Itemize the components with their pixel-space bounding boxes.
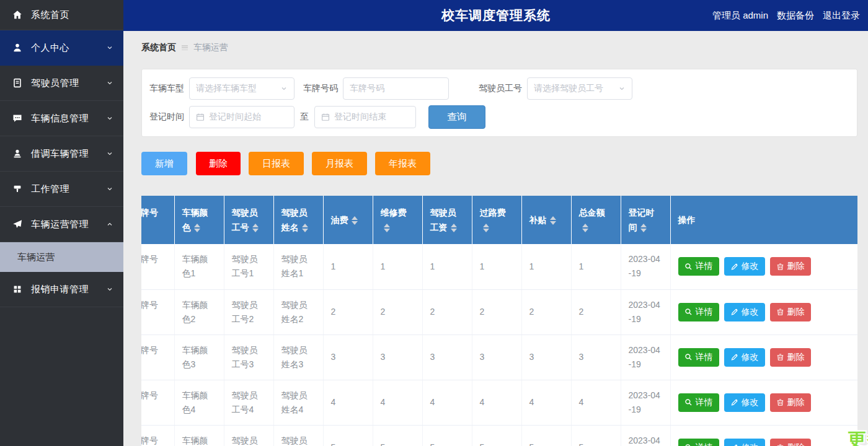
detail-button[interactable]: 详情 <box>678 348 719 367</box>
col-label: 过路费 <box>480 208 506 217</box>
col-color[interactable]: 车辆颜色 <box>174 196 224 244</box>
cell-total: 1 <box>571 244 621 289</box>
detail-button[interactable]: 详情 <box>678 257 719 276</box>
row-delete-button[interactable]: 删除 <box>770 303 811 321</box>
col-driver-no[interactable]: 驾驶员工号 <box>224 196 273 244</box>
cell-subsidy: 3 <box>521 334 571 380</box>
edit-button[interactable]: 修改 <box>724 439 765 446</box>
sidebar-item-reimbursement-management[interactable]: 报销申请管理 <box>0 272 123 307</box>
col-salary[interactable]: 驾驶员工资 <box>422 196 472 244</box>
row-delete-button[interactable]: 删除 <box>770 393 811 412</box>
sidebar-item-work-management[interactable]: 工作管理 <box>0 172 123 207</box>
row-delete-button[interactable]: 删除 <box>770 348 811 367</box>
sidebar-item-home[interactable]: 系统首页 <box>0 0 123 30</box>
sort-caret-icon[interactable] <box>640 224 647 232</box>
table-row: 车牌号码车辆颜色3驾驶员工号3驾驶员姓名33333332023-04-19详情修… <box>141 334 857 380</box>
detail-button[interactable]: 详情 <box>678 439 719 446</box>
detail-button[interactable]: 详情 <box>678 393 719 412</box>
sort-caret-icon[interactable] <box>252 224 259 232</box>
plate-input[interactable]: 车牌号码 <box>343 77 449 100</box>
col-date[interactable]: 登记时间 <box>621 196 670 244</box>
app-title: 校车调度管理系统 <box>441 7 551 24</box>
sidebar-item-driver-management[interactable]: 驾驶员管理 <box>0 66 123 101</box>
col-actions: 操作 <box>670 196 857 244</box>
sort-caret-icon[interactable] <box>582 224 588 232</box>
driver-no-select[interactable]: 请选择驾驶员工号 <box>527 77 632 100</box>
col-toll[interactable]: 过路费 <box>472 196 521 244</box>
breadcrumb-home[interactable]: 系统首页 <box>141 42 176 53</box>
detail-button[interactable]: 详情 <box>678 303 719 321</box>
delete-button[interactable]: 删除 <box>196 152 241 175</box>
add-button[interactable]: 新增 <box>141 152 187 175</box>
edit-icon <box>730 263 738 271</box>
table-row: 车牌号码车辆颜色1驾驶员工号1驾驶员姓名11111112023-04-19详情修… <box>141 244 857 289</box>
filter-row-1: 车辆车型 请选择车辆车型 车牌号码 车牌号码 驾驶员工号 请选择驾驶员工号 <box>149 77 849 100</box>
cell-fuel: 4 <box>323 380 373 425</box>
vehicle-type-placeholder: 请选择车辆车型 <box>196 83 277 94</box>
row-delete-button[interactable]: 删除 <box>770 439 811 446</box>
data-table: 车牌号码 车辆颜色 驾驶员工号 驾驶员姓名 油费 维修费 驾驶员工资 过路费 补… <box>141 196 857 446</box>
cell-toll: 5 <box>472 425 521 446</box>
col-driver-name[interactable]: 驾驶员姓名 <box>273 196 323 244</box>
cell-repair: 3 <box>373 334 422 380</box>
sidebar-item-vehicle-info-management[interactable]: 车辆信息管理 <box>0 101 123 136</box>
cell-fuel: 5 <box>323 425 373 446</box>
sidebar-submenu-vehicle-operation[interactable]: 车辆运营 <box>0 242 123 272</box>
data-table-wrapper: 车牌号码 车辆颜色 驾驶员工号 驾驶员姓名 油费 维修费 驾驶员工资 过路费 补… <box>141 196 857 446</box>
edit-button[interactable]: 修改 <box>724 303 765 321</box>
col-total[interactable]: 总金额 <box>571 196 621 244</box>
cell-subsidy: 4 <box>521 380 571 425</box>
logout-link[interactable]: 退出登录 <box>823 10 860 22</box>
sort-caret-icon[interactable] <box>451 224 457 232</box>
breadcrumb-current: 车辆运营 <box>193 42 228 53</box>
sidebar-item-label: 系统首页 <box>31 9 113 21</box>
filter-panel: 车辆车型 请选择车辆车型 车牌号码 车牌号码 驾驶员工号 请选择驾驶员工号 <box>141 69 857 137</box>
edit-icon <box>730 398 738 406</box>
cell-total: 2 <box>571 289 621 334</box>
edit-button[interactable]: 修改 <box>724 257 765 276</box>
sidebar-item-label: 车辆运营管理 <box>31 219 106 230</box>
search-button[interactable]: 查询 <box>428 105 485 129</box>
col-repair[interactable]: 维修费 <box>373 196 422 244</box>
data-backup-link[interactable]: 数据备份 <box>777 10 814 22</box>
sort-caret-icon[interactable] <box>550 216 556 225</box>
trash-icon <box>776 398 784 406</box>
sidebar-item-vehicle-operation-management[interactable]: 车辆运营管理 <box>0 207 123 242</box>
date-start-input[interactable]: 登记时间起始 <box>189 106 294 128</box>
daily-report-button[interactable]: 日报表 <box>249 152 304 175</box>
sidebar-item-borrowed-vehicle-management[interactable]: 借调车辆管理 <box>0 136 123 172</box>
col-plate[interactable]: 车牌号码 <box>141 196 174 244</box>
cell-driver_name: 驾驶员姓名1 <box>273 244 323 289</box>
col-label: 总金额 <box>579 208 605 217</box>
row-delete-button[interactable]: 删除 <box>770 257 811 276</box>
date-end-input[interactable]: 登记时间结束 <box>314 106 416 128</box>
sort-caret-icon[interactable] <box>352 216 358 225</box>
sidebar-item-label: 驾驶员管理 <box>31 77 106 89</box>
sort-caret-icon[interactable] <box>483 224 489 232</box>
cell-actions: 详情修改删除 <box>670 289 857 334</box>
topbar-links: 管理员 admin 数据备份 退出登录 <box>712 0 860 31</box>
sort-caret-icon[interactable] <box>302 224 308 232</box>
sidebar-item-label: 借调车辆管理 <box>31 148 106 160</box>
chevron-down-icon <box>280 85 288 92</box>
cell-plate: 车牌号码 <box>141 289 174 334</box>
cell-date: 2023-04-19 <box>621 334 670 380</box>
edit-button[interactable]: 修改 <box>724 393 765 412</box>
sidebar-item-personal-center[interactable]: 个人中心 <box>0 30 123 66</box>
yearly-report-button[interactable]: 年报表 <box>375 152 430 175</box>
cell-driver_no: 驾驶员工号5 <box>224 425 273 446</box>
app-root: 系统首页 个人中心 驾驶员管理 车辆信息管理 借调车辆管理 工作管理 <box>0 0 868 446</box>
col-fuel[interactable]: 油费 <box>323 196 373 244</box>
vehicle-type-select[interactable]: 请选择车辆车型 <box>189 77 294 100</box>
sort-caret-icon[interactable] <box>194 224 200 232</box>
sort-caret-icon[interactable] <box>384 224 390 232</box>
person-icon <box>12 149 22 159</box>
cell-driver_name: 驾驶员姓名2 <box>273 289 323 334</box>
monthly-report-button[interactable]: 月报表 <box>312 152 367 175</box>
col-subsidy[interactable]: 补贴 <box>521 196 571 244</box>
col-label: 油费 <box>331 215 348 225</box>
pin-icon <box>12 184 22 194</box>
edit-button[interactable]: 修改 <box>724 348 765 367</box>
cell-toll: 1 <box>472 244 521 289</box>
trash-icon <box>776 353 784 361</box>
